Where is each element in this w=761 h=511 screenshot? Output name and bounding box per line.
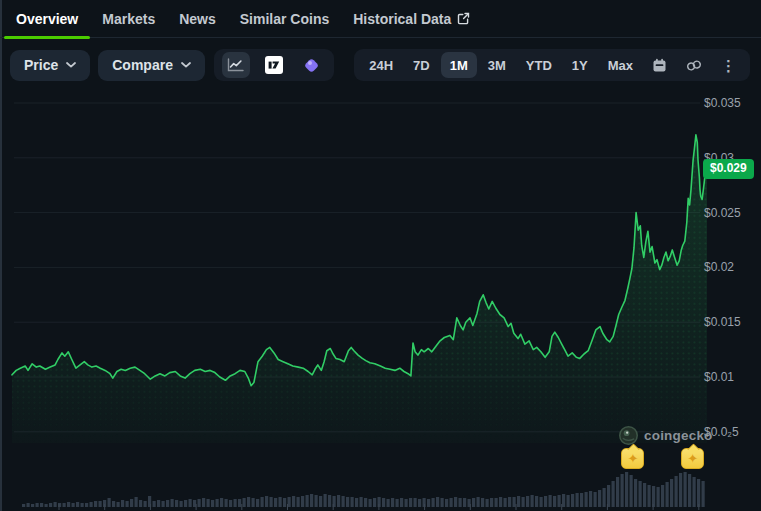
volume-bar — [409, 498, 412, 507]
line-chart-icon[interactable] — [222, 52, 250, 78]
range-max[interactable]: Max — [599, 52, 642, 78]
volume-bar — [414, 498, 417, 507]
price-dropdown-button[interactable]: Price — [10, 50, 90, 81]
range-7d[interactable]: 7D — [404, 52, 439, 78]
volume-bar — [531, 495, 534, 507]
volume-bar — [517, 496, 520, 507]
volume-bar — [652, 486, 655, 507]
volume-bar — [549, 495, 552, 507]
volume-bar — [261, 497, 264, 507]
current-price-badge: $0.029 — [703, 159, 754, 179]
tab-news[interactable]: News — [167, 0, 228, 38]
range-1m[interactable]: 1M — [441, 52, 477, 78]
event-marker-sparkle[interactable]: ✦ — [681, 448, 704, 469]
volume-bar — [643, 483, 646, 507]
volume-bar — [189, 499, 192, 507]
volume-bar — [162, 501, 165, 507]
share-link-icon[interactable] — [677, 52, 711, 78]
more-options-icon[interactable]: ⋮ — [713, 52, 744, 78]
volume-bar — [346, 497, 349, 507]
volume-bar — [508, 497, 511, 507]
y-axis-label: $0.035 — [704, 96, 741, 110]
volume-bar — [603, 488, 606, 507]
geckoterminal-icon[interactable] — [298, 52, 326, 78]
tab-markets[interactable]: Markets — [90, 0, 167, 38]
volume-bar — [270, 497, 273, 507]
volume-bar — [58, 503, 61, 507]
event-marker-sparkle[interactable]: ✦ — [621, 448, 644, 469]
volume-bar — [612, 481, 615, 507]
volume-bar — [301, 496, 304, 507]
volume-bar — [319, 496, 322, 507]
volume-bar — [252, 498, 255, 507]
volume-bar — [684, 472, 687, 507]
tab-historical-data[interactable]: Historical Data — [341, 0, 482, 38]
tradingview-icon[interactable] — [260, 52, 288, 78]
volume-bar — [535, 496, 538, 507]
volume-bar — [526, 496, 529, 507]
volume-bar — [99, 501, 102, 507]
volume-bar — [94, 501, 97, 507]
y-axis-label: $0.01 — [704, 370, 734, 384]
volume-bar — [621, 474, 624, 507]
volume-bar — [36, 503, 39, 507]
volume-bar — [418, 499, 421, 507]
volume-bar — [522, 497, 525, 507]
volume-bar — [153, 501, 156, 507]
volume-bar — [324, 494, 327, 507]
tab-label: Overview — [16, 11, 78, 27]
volume-bar — [571, 494, 574, 507]
sparkle-icon: ✦ — [687, 452, 698, 465]
volume-bar — [175, 500, 178, 507]
volume-bar — [432, 498, 435, 507]
volume-bar — [702, 481, 705, 507]
volume-bar — [369, 499, 372, 507]
volume-bar — [589, 491, 592, 507]
price-area-dots — [12, 135, 707, 443]
watermark-text: coingecko — [644, 428, 713, 443]
calendar-icon[interactable] — [644, 52, 675, 78]
volume-bar — [337, 495, 340, 507]
volume-bar — [180, 501, 183, 507]
volume-bar — [540, 497, 543, 507]
volume-bar — [220, 498, 223, 507]
volume-bar — [387, 499, 390, 507]
volume-bar — [459, 498, 462, 507]
volume-bar — [477, 497, 480, 507]
volume-bar — [112, 501, 115, 507]
chart-type-switcher — [214, 49, 334, 81]
range-ytd[interactable]: YTD — [517, 52, 561, 78]
volume-bar — [616, 477, 619, 507]
volume-bar — [211, 500, 214, 507]
compare-dropdown-label: Compare — [112, 57, 173, 73]
volume-bar — [454, 497, 457, 507]
y-axis-label: $0.02 — [704, 260, 734, 274]
volume-bar — [648, 485, 651, 507]
volume-bar — [495, 498, 498, 507]
volume-bar — [283, 498, 286, 507]
volume-bar — [292, 496, 295, 507]
tab-similar-coins[interactable]: Similar Coins — [228, 0, 341, 38]
volume-bar — [67, 502, 70, 507]
volume-bar — [342, 496, 345, 507]
volume-bar — [355, 498, 358, 507]
volume-bar — [576, 493, 579, 507]
volume-bar — [121, 500, 124, 507]
volume-bar — [360, 497, 363, 507]
range-24h[interactable]: 24H — [360, 52, 402, 78]
range-buttons: 24H7D1M3MYTD1YMax — [360, 52, 642, 78]
volume-bar — [504, 498, 507, 507]
volume-bar — [679, 473, 682, 507]
volume-bar — [562, 494, 565, 507]
range-1y[interactable]: 1Y — [563, 52, 597, 78]
compare-dropdown-button[interactable]: Compare — [98, 50, 205, 81]
volume-bar — [265, 496, 268, 507]
volume-bar — [391, 498, 394, 507]
tab-overview[interactable]: Overview — [4, 0, 90, 38]
volume-bar — [436, 497, 439, 507]
range-3m[interactable]: 3M — [479, 52, 515, 78]
chevron-down-icon — [66, 62, 76, 68]
volume-bar — [688, 474, 691, 507]
volume-bar — [144, 501, 147, 507]
volume-bar — [513, 497, 516, 507]
